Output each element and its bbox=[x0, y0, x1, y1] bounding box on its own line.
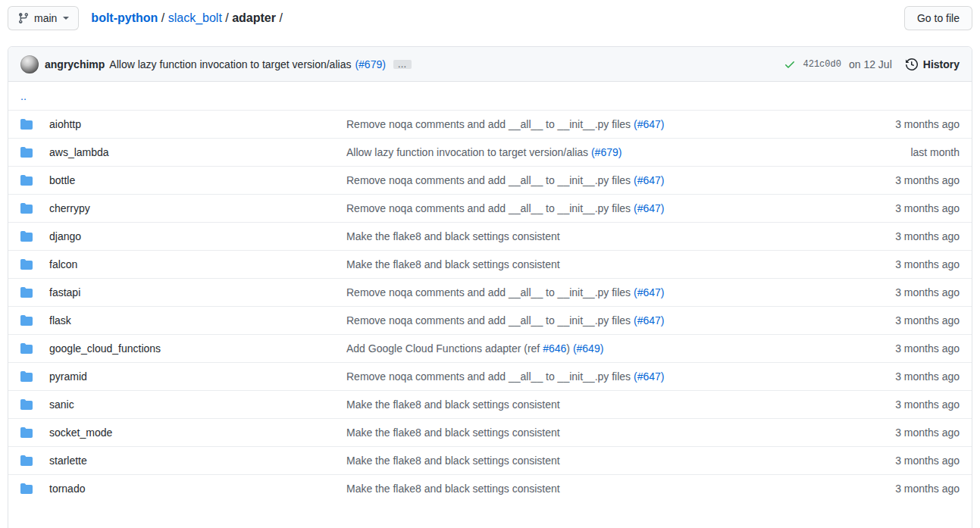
issue-link[interactable]: (#649) bbox=[573, 342, 603, 355]
breadcrumb-slack_bolt[interactable]: slack_bolt bbox=[168, 11, 222, 24]
commit-message-cell: Make the flake8 and black settings consi… bbox=[346, 483, 846, 495]
table-row: sanic Make the flake8 and black settings… bbox=[8, 390, 972, 418]
commit-message-cell: Remove noqa comments and add __all__ to … bbox=[346, 370, 846, 383]
folder-link-aiohttp[interactable]: aiohttp bbox=[49, 118, 81, 130]
folder-name-cell: google_cloud_functions bbox=[49, 342, 346, 355]
commit-message-cell: Add Google Cloud Functions adapter (ref … bbox=[346, 342, 846, 355]
commit-message-text: Remove noqa comments and add __all__ to … bbox=[346, 286, 634, 298]
table-row: cherrypy Remove noqa comments and add __… bbox=[8, 194, 972, 222]
folder-link-cherrypy[interactable]: cherrypy bbox=[49, 202, 90, 214]
commit-message-text: Make the flake8 and black settings consi… bbox=[346, 455, 560, 467]
commit-age: 3 months ago bbox=[846, 314, 960, 326]
issue-link[interactable]: (#647) bbox=[634, 118, 664, 130]
folder-link-aws_lambda[interactable]: aws_lambda bbox=[49, 146, 109, 158]
avatar[interactable] bbox=[20, 55, 39, 73]
issue-link[interactable]: (#647) bbox=[634, 314, 664, 326]
commit-message-text: Remove noqa comments and add __all__ to … bbox=[346, 202, 634, 214]
commit-message-cell: Make the flake8 and black settings consi… bbox=[346, 398, 846, 411]
commit-sha-link[interactable]: 421c0d0 bbox=[803, 59, 841, 70]
commit-age: 3 months ago bbox=[846, 370, 960, 383]
table-row: fastapi Remove noqa comments and add __a… bbox=[8, 278, 972, 306]
folder-name-cell: fastapi bbox=[49, 286, 346, 298]
folder-name-cell: flask bbox=[49, 314, 346, 326]
commit-age: 3 months ago bbox=[846, 455, 960, 467]
commit-age: 3 months ago bbox=[846, 483, 960, 495]
table-row: tornado Make the flake8 and black settin… bbox=[8, 474, 972, 502]
folder-name-cell: bottle bbox=[49, 174, 346, 186]
commit-age: 3 months ago bbox=[846, 426, 960, 439]
table-row: socket_mode Make the flake8 and black se… bbox=[8, 418, 972, 446]
folder-icon bbox=[20, 455, 49, 467]
folder-link-starlette[interactable]: starlette bbox=[49, 455, 87, 467]
folder-link-flask[interactable]: flask bbox=[49, 314, 71, 326]
branch-name: main bbox=[34, 12, 57, 24]
folder-link-fastapi[interactable]: fastapi bbox=[49, 286, 80, 298]
commit-age: 3 months ago bbox=[846, 202, 960, 214]
folder-name-cell: aws_lambda bbox=[49, 146, 346, 158]
folder-link-sanic[interactable]: sanic bbox=[49, 398, 74, 411]
history-button[interactable]: History bbox=[906, 58, 960, 70]
folder-link-google_cloud_functions[interactable]: google_cloud_functions bbox=[49, 342, 161, 355]
folder-icon bbox=[20, 202, 49, 214]
folder-icon bbox=[20, 286, 49, 298]
go-to-file-button[interactable]: Go to file bbox=[904, 6, 972, 30]
issue-link[interactable]: (#647) bbox=[634, 202, 664, 214]
commit-age: last month bbox=[846, 146, 960, 158]
commit-message-cell: Remove noqa comments and add __all__ to … bbox=[346, 174, 846, 186]
folder-link-pyramid[interactable]: pyramid bbox=[49, 370, 87, 383]
commit-age: 3 months ago bbox=[846, 342, 960, 355]
breadcrumb-adapter: adapter bbox=[232, 11, 276, 24]
commit-message-text: Remove noqa comments and add __all__ to … bbox=[346, 118, 634, 130]
folder-icon bbox=[20, 174, 49, 186]
folder-icon bbox=[20, 230, 49, 242]
git-branch-icon bbox=[17, 12, 30, 24]
folder-link-falcon[interactable]: falcon bbox=[49, 258, 77, 270]
table-row: falcon Make the flake8 and black setting… bbox=[8, 250, 972, 278]
folder-link-bottle[interactable]: bottle bbox=[49, 174, 75, 186]
table-row: bottle Remove noqa comments and add __al… bbox=[8, 166, 972, 194]
chevron-down-icon bbox=[63, 17, 69, 20]
commit-message-text: Remove noqa comments and add __all__ to … bbox=[346, 314, 634, 326]
folder-name-cell: sanic bbox=[49, 398, 346, 411]
issue-link[interactable]: (#647) bbox=[634, 370, 664, 383]
issue-link[interactable]: (#647) bbox=[634, 286, 664, 298]
commit-meta: 421c0d0 on 12 Jul History bbox=[784, 58, 960, 70]
commit-message-text: Remove noqa comments and add __all__ to … bbox=[346, 174, 634, 186]
folder-icon bbox=[20, 426, 49, 439]
commit-message-text: Remove noqa comments and add __all__ to … bbox=[346, 370, 634, 383]
file-navigation-bar: main bolt-python / slack_bolt / adapter … bbox=[8, 0, 972, 30]
folder-name-cell: django bbox=[49, 230, 346, 242]
commit-message-cell: Remove noqa comments and add __all__ to … bbox=[346, 314, 846, 326]
branch-selector[interactable]: main bbox=[8, 6, 79, 30]
folder-icon bbox=[20, 258, 49, 270]
commit-message-text: Make the flake8 and black settings consi… bbox=[346, 426, 560, 439]
commit-description-expander[interactable]: … bbox=[393, 60, 412, 69]
commit-message-cell: Make the flake8 and black settings consi… bbox=[346, 258, 846, 270]
history-clock-icon bbox=[906, 58, 918, 70]
commit-age: 3 months ago bbox=[846, 398, 960, 411]
commit-message-cell: Remove noqa comments and add __all__ to … bbox=[346, 202, 846, 214]
issue-link[interactable]: #646 bbox=[543, 342, 566, 355]
folder-name-cell: starlette bbox=[49, 455, 346, 467]
table-row: aiohttp Remove noqa comments and add __a… bbox=[8, 110, 972, 138]
folder-link-tornado[interactable]: tornado bbox=[49, 483, 85, 495]
folder-link-django[interactable]: django bbox=[49, 230, 81, 242]
commit-age: 3 months ago bbox=[846, 230, 960, 242]
issue-link[interactable]: (#679) bbox=[591, 146, 622, 158]
parent-directory-row: .. bbox=[8, 82, 972, 110]
commit-author-link[interactable]: angrychimp bbox=[45, 58, 105, 70]
parent-directory-link[interactable]: .. bbox=[20, 90, 27, 102]
pr-link[interactable]: (#679) bbox=[355, 58, 385, 70]
latest-commit-header: angrychimp Allow lazy function invocatio… bbox=[8, 47, 972, 82]
breadcrumb: bolt-python / slack_bolt / adapter / bbox=[91, 11, 286, 25]
breadcrumb-separator: / bbox=[158, 11, 168, 24]
commit-message-cell: Allow lazy function invocation to target… bbox=[346, 146, 846, 158]
check-icon[interactable] bbox=[784, 58, 796, 70]
commit-message-cell: Make the flake8 and black settings consi… bbox=[346, 455, 846, 467]
folder-name-cell: aiohttp bbox=[49, 118, 346, 130]
breadcrumb-bolt-python[interactable]: bolt-python bbox=[91, 11, 158, 24]
commit-message-text: Make the flake8 and black settings consi… bbox=[346, 258, 560, 270]
folder-icon bbox=[20, 146, 49, 158]
issue-link[interactable]: (#647) bbox=[634, 174, 664, 186]
folder-link-socket_mode[interactable]: socket_mode bbox=[49, 426, 112, 439]
